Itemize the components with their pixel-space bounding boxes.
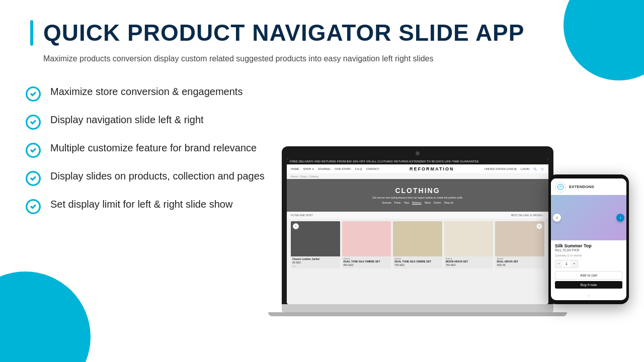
filter-right: BEST SELLING 21 PRODU... [511, 214, 544, 217]
header-section: QUICK PRODUCT NAVIGATOR SLIDE APP Maximi… [0, 0, 644, 70]
phone-qty-plus[interactable]: + [571, 260, 578, 267]
product-card-info-5: ABAYA DUAL ABAYA SET AED 69 [495, 256, 544, 267]
product-card-info-4: ABAYA MOON ABAYA SET 750 AED [444, 256, 494, 267]
laptop-nav-arrow-right[interactable]: › [536, 223, 542, 229]
phone-product-name: Silk Summer Top [555, 243, 622, 248]
site-logo: REFORMATION [410, 166, 454, 171]
title-block: QUICK PRODUCT NAVIGATOR SLIDE APP [30, 20, 614, 46]
laptop-nav-arrow-left[interactable]: ‹ [293, 223, 299, 229]
features-list: Maximize store conversion & engagements … [25, 75, 267, 215]
feature-item-5: Set display limit for left & right slide… [25, 198, 267, 215]
feature-text-4: Display slides on products, collection a… [50, 169, 265, 183]
announcement-text: FREE DELIVERY AND RETURNS FROM $30 10% O… [290, 160, 479, 163]
phone-screen: EXTENDONS ‹ › Silk Summer Top Rs1,70.00 … [551, 178, 626, 300]
feature-text-2: Display navigation slide left & right [50, 113, 204, 127]
phone-qty-minus[interactable]: − [555, 260, 562, 267]
extendons-logo [555, 182, 566, 193]
site-hero-links: Dresses Pants Tops Bottoms Skirts Denim … [382, 201, 453, 204]
product-card-info-1: Classic Leather Jacket 60 AED ◁ ▷ [291, 256, 340, 268]
phone-buy-now-button[interactable]: Buy it now [555, 281, 622, 289]
site-hero: CLOTHING Get one-on-one styling lessons … [287, 179, 548, 212]
feature-item-1: Maximize store conversion & engagements [25, 85, 267, 102]
feature-item-3: Multiple customize feature for brand rel… [25, 141, 267, 158]
phone-bottom-nav: ‹ [551, 292, 626, 300]
check-icon-3 [25, 142, 41, 158]
product-name-1: Classic Leather Jacket [292, 257, 339, 260]
site-hero-title: CLOTHING [395, 187, 440, 195]
laptop-screen-outer: FREE DELIVERY AND RETURNS FROM $30 10% O… [282, 146, 553, 304]
main-body: Maximize store conversion & engagements … [0, 70, 644, 362]
laptop-camera [416, 151, 420, 155]
title-accent-bar [30, 20, 33, 46]
filter-left: FILTER AND SORT [291, 214, 313, 217]
extendons-icon [557, 184, 564, 191]
check-icon-5 [25, 199, 41, 215]
product-card-2: ABAYA DUAL TONE SILK OMBRE SET 650 AED [342, 221, 391, 268]
site-breadcrumb: Home > Shop > Clothing [287, 174, 548, 179]
feature-item-2: Display navigation slide left & right [25, 113, 267, 130]
site-nav: HOME SHOP ∨ JOURNAL OUR STORY F.A.Q CONT… [287, 164, 548, 174]
check-icon-4 [25, 170, 41, 187]
phone-nav-right-arrow[interactable]: › [616, 214, 624, 222]
site-announcement-bar: FREE DELIVERY AND RETURNS FROM $30 10% O… [287, 158, 548, 164]
site-nav-links: HOME SHOP ∨ JOURNAL OUR STORY F.A.Q CONT… [291, 167, 379, 170]
phone-qty-value: 1 [562, 260, 571, 267]
product-card-img-2 [342, 221, 391, 256]
svg-point-0 [557, 184, 564, 190]
product-card-info-3: ABAYA DUAL TONE SILK OMBRE SET 750 AED [393, 256, 442, 267]
product-card-img-4 [444, 221, 494, 256]
products-container: Classic Leather Jacket 60 AED ◁ ▷ ABAYA [287, 219, 548, 270]
product-price-1: 60 AED [292, 261, 339, 264]
feature-text-1: Maximize store conversion & engagements [50, 85, 243, 99]
site-products: Classic Leather Jacket 60 AED ◁ ▷ ABAYA [287, 219, 548, 270]
phone-nav-left-arrow[interactable]: ‹ [553, 214, 561, 222]
phone-header: EXTENDONS [551, 178, 626, 195]
feature-item-4: Display slides on products, collection a… [25, 169, 267, 187]
phone-mockup: EXTENDONS ‹ › Silk Summer Top Rs1,70.00 … [548, 174, 629, 304]
laptop-screen: FREE DELIVERY AND RETURNS FROM $30 10% O… [287, 158, 548, 304]
product-card-img-3 [393, 221, 442, 256]
site-filter-bar: FILTER AND SORT BEST SELLING 21 PRODU... [287, 212, 548, 219]
phone-qty-label: Quantity (1 in stock) [555, 254, 582, 257]
page-title: QUICK PRODUCT NAVIGATOR SLIDE APP [43, 20, 524, 46]
laptop-base [282, 304, 553, 312]
phone-qty-row: Quantity (1 in stock) [555, 254, 622, 257]
phone-qty-control-row: − 1 + [555, 260, 622, 268]
check-icon-2 [25, 114, 41, 130]
laptop-foot [268, 312, 567, 316]
check-icon-1 [25, 86, 41, 102]
site-hero-sub: Get one-on-one styling lessons from our … [372, 196, 463, 199]
product-card-info-2: ABAYA DUAL TONE SILK OMBRE SET 650 AED [342, 256, 391, 267]
phone-qty-stepper[interactable]: − 1 + [555, 260, 578, 268]
feature-text-3: Multiple customize feature for brand rel… [50, 141, 257, 155]
feature-text-5: Set display limit for left & right slide… [50, 198, 232, 211]
phone-product-info: Silk Summer Top Rs1,70.00 PKR Quantity (… [551, 240, 626, 292]
extendons-brand: EXTENDONS [569, 185, 594, 189]
phone-product-price: Rs1,70.00 PKR [555, 248, 622, 252]
site-nav-right: UNITED STATES (USD $) LOGIN 🔍 🛒 [485, 167, 544, 170]
page-subtitle: Maximize products conversion display cus… [30, 53, 584, 65]
laptop-mockup: FREE DELIVERY AND RETURNS FROM $30 10% O… [282, 146, 553, 316]
product-card-3: ABAYA DUAL TONE SILK OMBRE SET 750 AED [393, 221, 442, 268]
phone-add-to-cart-button[interactable]: Add to cart [555, 271, 622, 280]
product-card-4: ABAYA MOON ABAYA SET 750 AED [444, 221, 494, 268]
devices-section: FREE DELIVERY AND RETURNS FROM $30 10% O… [282, 75, 619, 316]
phone-product-image: ‹ › [551, 195, 626, 240]
